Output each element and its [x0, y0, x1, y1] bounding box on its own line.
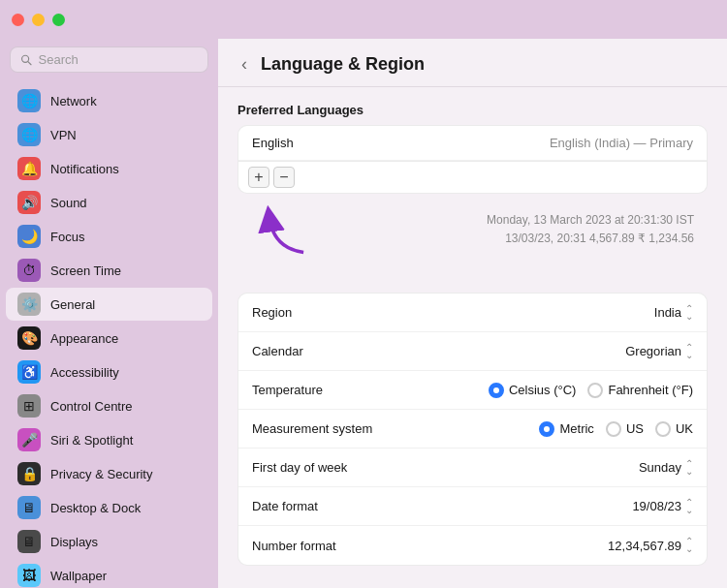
back-button[interactable]: ‹ [237, 52, 251, 77]
sidebar-item-label-privacy: Privacy & Security [50, 467, 152, 481]
sidebar-item-label-screen-time: Screen Time [50, 263, 121, 278]
sidebar-item-screen-time[interactable]: ⏱Screen Time [6, 254, 212, 287]
sidebar-item-appearance[interactable]: 🎨Appearance [6, 322, 212, 355]
purple-arrow-icon [257, 201, 325, 269]
radio-group-2: Celsius (°C)Fahrenheit (°F) [489, 383, 693, 398]
sidebar-item-label-wallpaper: Wallpaper [50, 569, 107, 583]
settings-card: RegionIndia⌃⌄CalendarGregorian⌃⌄Temperat… [237, 293, 708, 566]
radio-option-3-1[interactable]: US [606, 421, 644, 437]
control-centre-icon: ⊞ [17, 394, 41, 418]
radio-circle-2-0 [489, 383, 504, 398]
setting-label-6: Number format [252, 539, 336, 553]
radio-option-3-2[interactable]: UK [655, 421, 693, 437]
radio-label-3-2: UK [676, 421, 693, 436]
select-wrapper-1[interactable]: Gregorian⌃⌄ [625, 344, 693, 359]
notifications-icon: 🔔 [17, 157, 41, 180]
radio-circle-3-0 [539, 421, 554, 437]
page-title: Language & Region [261, 54, 425, 75]
date-preview: Monday, 13 March 2023 at 20:31:30 IST 13… [487, 211, 694, 248]
radio-group-3: MetricUSUK [539, 421, 693, 437]
select-wrapper-0[interactable]: India⌃⌄ [654, 305, 693, 321]
svg-line-1 [28, 61, 31, 64]
radio-option-2-0[interactable]: Celsius (°C) [489, 383, 576, 398]
sidebar-item-privacy[interactable]: 🔒Privacy & Security [6, 457, 212, 490]
add-language-button[interactable]: + [248, 167, 269, 188]
screen-time-icon: ⏱ [17, 259, 41, 282]
general-icon: ⚙️ [17, 293, 41, 316]
language-row: English English (India) — Primary [238, 126, 707, 161]
select-wrapper-5[interactable]: 19/08/23⌃⌄ [632, 499, 693, 514]
privacy-icon: 🔒 [17, 462, 41, 485]
main-header: ‹ Language & Region [218, 39, 727, 87]
sidebar: 🌐Network🌐VPN🔔Notifications🔊Sound🌙Focus⏱S… [0, 0, 218, 588]
main-content: Preferred Languages English English (Ind… [218, 87, 727, 588]
setting-label-2: Temperature [252, 383, 323, 397]
search-icon [20, 53, 33, 67]
setting-row-5: Date format19/08/23⌃⌄ [238, 487, 707, 526]
remove-language-button[interactable]: − [273, 167, 295, 188]
search-input[interactable] [39, 52, 198, 67]
language-detail: English (India) — Primary [550, 136, 693, 150]
select-value-1: Gregorian [625, 344, 681, 358]
setting-label-5: Date format [252, 499, 318, 513]
select-value-6: 12,34,567.89 [608, 539, 681, 553]
setting-row-1: CalendarGregorian⌃⌄ [238, 332, 707, 371]
vpn-icon: 🌐 [17, 123, 41, 146]
radio-label-2-1: Fahrenheit (°F) [608, 383, 693, 397]
select-value-5: 19/08/23 [632, 499, 681, 513]
setting-row-4: First day of weekSunday⌃⌄ [238, 449, 707, 487]
sidebar-item-label-general: General [50, 297, 95, 312]
select-wrapper-6[interactable]: 12,34,567.89⌃⌄ [608, 538, 693, 553]
select-value-4: Sunday [639, 460, 681, 475]
sidebar-item-general[interactable]: ⚙️General [6, 288, 212, 321]
sidebar-item-network[interactable]: 🌐Network [6, 84, 212, 117]
accessibility-icon: ♿ [17, 360, 41, 384]
sidebar-item-focus[interactable]: 🌙Focus [6, 220, 212, 253]
sidebar-item-sound[interactable]: 🔊Sound [6, 186, 212, 219]
select-arrows-0: ⌃⌄ [685, 305, 693, 321]
close-button[interactable] [12, 14, 24, 26]
titlebar [0, 0, 727, 39]
appearance-icon: 🎨 [17, 326, 41, 350]
search-box[interactable] [10, 46, 208, 73]
select-wrapper-4[interactable]: Sunday⌃⌄ [639, 460, 693, 476]
sidebar-item-vpn[interactable]: 🌐VPN [6, 118, 212, 151]
sidebar-item-siri[interactable]: 🎤Siri & Spotlight [6, 423, 212, 456]
setting-label-1: Calendar [252, 344, 303, 358]
setting-row-0: RegionIndia⌃⌄ [238, 294, 707, 332]
select-value-0: India [654, 305, 681, 320]
sidebar-item-displays[interactable]: 🖥Displays [6, 525, 212, 558]
select-arrows-1: ⌃⌄ [685, 344, 693, 359]
sidebar-item-label-network: Network [50, 94, 97, 108]
radio-label-3-1: US [626, 421, 644, 436]
radio-option-3-0[interactable]: Metric [539, 421, 593, 437]
sidebar-item-label-focus: Focus [50, 230, 84, 244]
focus-icon: 🌙 [17, 225, 41, 248]
arrow-annotation: Monday, 13 March 2023 at 20:31:30 IST 13… [237, 201, 708, 289]
minimize-button[interactable] [32, 14, 45, 26]
radio-label-3-0: Metric [559, 421, 593, 436]
sidebar-item-notifications[interactable]: 🔔Notifications [6, 152, 212, 185]
setting-label-3: Measurement system [252, 421, 372, 436]
sidebar-item-label-displays: Displays [50, 535, 98, 549]
sidebar-item-label-vpn: VPN [50, 128, 77, 142]
sidebar-item-desktop[interactable]: 🖥Desktop & Dock [6, 491, 212, 524]
wallpaper-icon: 🖼 [17, 564, 41, 587]
radio-label-2-0: Celsius (°C) [509, 383, 576, 397]
language-name: English [252, 136, 294, 150]
sidebar-item-accessibility[interactable]: ♿Accessibility [6, 356, 212, 388]
radio-circle-3-2 [655, 421, 671, 437]
sidebar-item-label-accessibility: Accessibility [50, 365, 119, 380]
language-actions: + − [238, 161, 707, 193]
setting-label-4: First day of week [252, 460, 347, 475]
maximize-button[interactable] [52, 14, 65, 26]
sidebar-item-label-siri: Siri & Spotlight [50, 433, 133, 448]
radio-circle-3-1 [606, 421, 621, 437]
radio-option-2-1[interactable]: Fahrenheit (°F) [587, 383, 693, 398]
setting-row-6: Number format12,34,567.89⌃⌄ [238, 526, 707, 565]
sound-icon: 🔊 [17, 191, 41, 214]
sidebar-item-control-centre[interactable]: ⊞Control Centre [6, 389, 212, 422]
select-arrows-4: ⌃⌄ [685, 460, 693, 476]
radio-circle-2-1 [587, 383, 603, 398]
sidebar-item-wallpaper[interactable]: 🖼Wallpaper [6, 559, 212, 588]
